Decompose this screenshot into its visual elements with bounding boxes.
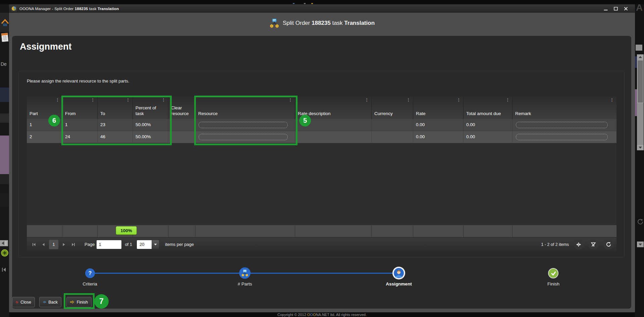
scrollbar-thumb[interactable]: [637, 60, 643, 103]
clear-filters-button[interactable]: [588, 240, 598, 250]
cell-remark: [513, 119, 616, 131]
resource-input-row1[interactable]: [199, 122, 288, 128]
cell-percent: 50.00%: [133, 131, 168, 143]
dialog-title: Split Order 188235 task Translation: [283, 20, 375, 27]
person-icon: [393, 268, 404, 278]
back-button[interactable]: Back: [39, 297, 61, 307]
dropdown-arrow-icon[interactable]: [152, 240, 159, 249]
background-speck: [293, 3, 294, 4]
background-block: [0, 113, 9, 123]
question-icon: ?: [89, 270, 92, 276]
cell-clear-resource: [168, 131, 196, 143]
dialog-header: Split Order 188235 task Translation: [9, 17, 635, 29]
home-icon: [1, 17, 9, 27]
close-button-label: Close: [20, 300, 31, 305]
grid-row-2: 2 24 46 50.00% 0.00 0.00: [27, 131, 616, 143]
cell-part: 2: [27, 131, 62, 143]
prohibition-icon: [16, 299, 18, 305]
grid-pager: 1 Page of 1 20 items per page 1 - 2 of 2…: [27, 237, 616, 251]
header-cell-total-amount-due[interactable]: Total amount due⋮: [464, 97, 513, 119]
header-cell-remark[interactable]: Remark⋮: [513, 97, 616, 119]
grid-row-1: 1 1 23 50.00% 0.00 0.00: [27, 119, 616, 131]
next-page-button[interactable]: [60, 241, 68, 248]
fit-columns-button[interactable]: [574, 240, 584, 250]
cell-total: 0.00: [464, 119, 513, 131]
background-vertical-scrollbar[interactable]: [637, 54, 644, 150]
add-button[interactable]: [1, 249, 9, 257]
scrollbar-down-button[interactable]: [637, 145, 644, 150]
check-icon: [550, 270, 556, 276]
step-parts-icon[interactable]: [239, 267, 251, 279]
background-block: [0, 193, 9, 206]
header-cell-resource[interactable]: Resource⋮: [196, 97, 295, 119]
back-button-label: Back: [48, 300, 58, 305]
background-speck: [311, 3, 313, 4]
split-mini-icon: [241, 269, 249, 277]
step-label-parts[interactable]: # Parts: [208, 281, 282, 286]
refresh-button[interactable]: [603, 240, 613, 250]
header-cell-rate[interactable]: Rate⋮: [413, 97, 464, 119]
column-menu-icon[interactable]: ⋮: [126, 98, 130, 102]
column-menu-icon[interactable]: ⋮: [161, 98, 166, 102]
header-cell-currency[interactable]: Currency⋮: [372, 97, 413, 119]
cell-resource: [196, 131, 295, 143]
remark-input-row1[interactable]: [516, 122, 608, 128]
page-of-label: of 1: [125, 242, 132, 247]
header-cell-to[interactable]: To⋮: [98, 97, 133, 119]
header-cell-clear-resource[interactable]: Clear resource: [168, 97, 196, 119]
background-right-edge: A: [635, 4, 644, 317]
column-menu-icon[interactable]: ⋮: [406, 98, 411, 102]
remark-input-row2[interactable]: [516, 134, 608, 140]
previous-page-button[interactable]: [40, 241, 47, 248]
cell-from: 24: [62, 131, 98, 143]
collapse-left-icon[interactable]: [1, 267, 7, 272]
background-refresh-icon[interactable]: [637, 218, 644, 225]
header-cell-from[interactable]: From⋮: [62, 97, 98, 119]
column-menu-icon[interactable]: ⋮: [288, 98, 292, 102]
cell-resource: [196, 119, 295, 131]
column-menu-icon[interactable]: ⋮: [365, 98, 369, 102]
cell-rate: 0.00: [413, 119, 464, 131]
step-label-criteria[interactable]: Criteria: [53, 281, 127, 286]
background-partial-text: De: [1, 61, 7, 67]
column-menu-icon[interactable]: ⋮: [610, 98, 614, 102]
items-range-info: 1 - 2 of 2 items: [541, 242, 569, 247]
background-block-navy: [0, 88, 9, 102]
cell-percent: 50.00%: [133, 119, 168, 131]
background-hscroll-arrow[interactable]: [637, 242, 644, 247]
finish-button-label: Finish: [77, 300, 88, 305]
minimize-button[interactable]: [601, 4, 611, 13]
split-order-icon: [269, 18, 279, 28]
background-light-block: [636, 45, 642, 51]
cell-currency: [372, 131, 413, 143]
maximize-button[interactable]: [611, 4, 621, 13]
step-label-assignment[interactable]: Assignment: [362, 281, 436, 286]
annotation-step-7: 7: [94, 294, 109, 309]
scrollbar-up-button[interactable]: [637, 54, 644, 60]
step-label-finish[interactable]: Finish: [517, 281, 590, 286]
cell-currency: [372, 119, 413, 131]
background-speck: [304, 3, 306, 4]
first-page-button[interactable]: [30, 241, 38, 248]
page-number-input[interactable]: [97, 240, 121, 249]
header-cell-percent[interactable]: Percent of task⋮: [133, 97, 168, 119]
close-button[interactable]: Close: [12, 297, 35, 307]
column-menu-icon[interactable]: ⋮: [505, 98, 510, 102]
cell-remark: [513, 131, 616, 143]
calendar-icon: [1, 32, 9, 43]
step-criteria-icon[interactable]: ?: [85, 268, 95, 278]
resource-input-row2[interactable]: [199, 134, 288, 140]
finish-button[interactable]: Finish: [66, 297, 92, 307]
column-menu-icon[interactable]: ⋮: [91, 98, 95, 102]
last-page-button[interactable]: [70, 241, 77, 248]
column-menu-icon[interactable]: ⋮: [457, 98, 461, 102]
current-page-button[interactable]: 1: [49, 240, 58, 249]
page-size-select[interactable]: 20: [137, 240, 159, 249]
background-hscroll-left-arrow[interactable]: [0, 240, 8, 246]
step-assignment-icon[interactable]: [392, 267, 405, 279]
window-titlebar: OOONA Manager - Split Order 188235 task …: [9, 4, 635, 13]
close-window-button[interactable]: [621, 4, 631, 13]
step-finish-icon[interactable]: [548, 268, 558, 278]
column-menu-icon[interactable]: ⋮: [55, 98, 60, 102]
cell-rate: 0.00: [413, 131, 464, 143]
